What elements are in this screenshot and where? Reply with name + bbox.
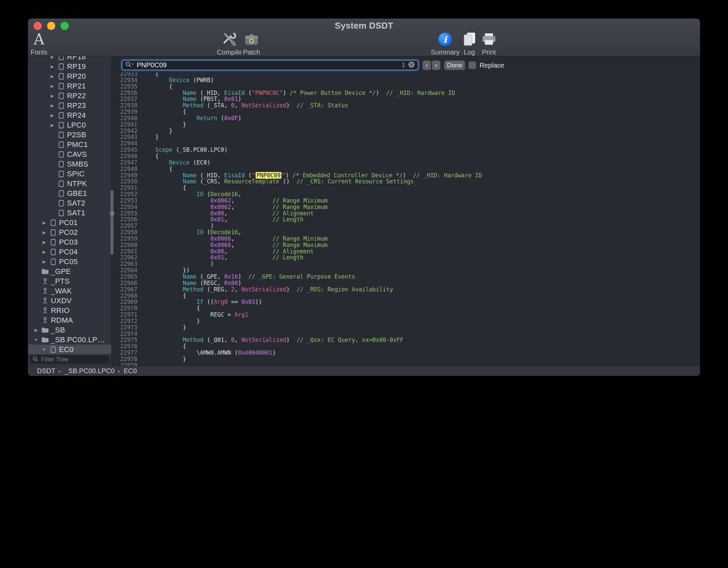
- chevron-right-icon[interactable]: ▶: [40, 250, 48, 254]
- sidebar-item-_pts[interactable]: _PTS: [28, 276, 111, 286]
- done-button[interactable]: Done: [444, 61, 465, 70]
- sidebar-item-label: _SB.PC00.LP…: [51, 335, 105, 344]
- breadcrumb-item[interactable]: DSDT: [37, 367, 55, 375]
- code-line: 22959 0x0066, // Range Minimum: [112, 236, 700, 242]
- print-button[interactable]: Print: [477, 31, 501, 56]
- chevron-right-icon[interactable]: ▶: [40, 220, 48, 225]
- doc-icon: [56, 131, 66, 139]
- doc-icon: [56, 161, 66, 168]
- sidebar-item-smbs[interactable]: SMBS: [28, 159, 111, 169]
- method-icon: [40, 307, 50, 314]
- replace-checkbox[interactable]: [468, 61, 476, 69]
- sidebar-item-sat1[interactable]: SAT1: [28, 208, 111, 218]
- search-menu-icon[interactable]: [125, 61, 134, 69]
- find-previous-button[interactable]: ‹: [423, 61, 431, 70]
- sidebar-item-rrio[interactable]: RRIO: [28, 306, 111, 315]
- sidebar-item-pc03[interactable]: ▶PC03: [28, 237, 111, 247]
- sidebar-item-pc05[interactable]: ▶PC05: [28, 257, 111, 267]
- sidebar-item-rp19[interactable]: ▶RP19: [28, 62, 111, 71]
- sidebar-item-pmc1[interactable]: PMC1: [28, 140, 111, 149]
- sidebar-item-uxdv[interactable]: UXDV: [28, 296, 111, 306]
- code-line: 22978 }: [112, 356, 700, 362]
- sidebar-item-pc04[interactable]: ▶PC04: [28, 247, 111, 257]
- sidebar-item-_wak[interactable]: _WAK: [28, 286, 111, 296]
- code-text: Name (PBST, 0x01): [141, 96, 241, 102]
- chevron-right-icon[interactable]: ▶: [48, 84, 56, 88]
- sidebar-item-label: EC0: [59, 345, 73, 354]
- sidebar-item-rp23[interactable]: ▶RP23: [28, 101, 111, 110]
- find-next-button[interactable]: ›: [432, 61, 440, 70]
- sidebar-item-label: LPC0: [67, 121, 86, 130]
- code-text: }: [141, 128, 172, 134]
- chevron-right-icon[interactable]: ▶: [48, 113, 56, 118]
- chevron-right-icon[interactable]: ▶: [48, 56, 56, 59]
- line-number: 22961: [112, 248, 137, 255]
- sidebar-item-rdma[interactable]: RDMA: [28, 315, 111, 325]
- sidebar-item-_sb[interactable]: ▶_SB: [28, 325, 111, 335]
- doc-icon: [56, 209, 66, 217]
- chevron-right-icon[interactable]: ▶: [48, 74, 56, 79]
- chevron-right-icon[interactable]: ▶: [40, 240, 48, 245]
- code-text: Device (PWRB): [141, 77, 214, 83]
- chevron-right-icon[interactable]: ▶: [48, 94, 56, 98]
- sidebar-item-rp18[interactable]: ▶RP18: [28, 56, 111, 62]
- code-text: 0x01, // Length: [141, 254, 303, 261]
- search-icon: [32, 356, 38, 363]
- filter-field[interactable]: [29, 355, 110, 364]
- sidebar-item-pc02[interactable]: ▶PC02: [28, 227, 111, 237]
- code-line: 22955 0x00, // Alignment: [112, 210, 700, 217]
- patch-button[interactable]: Patch: [239, 31, 264, 56]
- sidebar-item-label: RRIO: [51, 306, 70, 315]
- breadcrumb-item[interactable]: _SB.PC00.LPC0: [64, 367, 114, 375]
- code-text: 0x0066, // Range Maximum: [141, 242, 328, 248]
- chevron-right-icon[interactable]: ▶: [32, 328, 40, 332]
- sidebar-item-label: RP21: [67, 82, 86, 91]
- sidebar-item-label: RDMA: [51, 316, 73, 325]
- sidebar-item-ntpk[interactable]: NTPK: [28, 179, 111, 188]
- code-line: 22975 Method (_Q01, 0, NotSerialized) //…: [112, 337, 700, 343]
- fonts-button[interactable]: A Fonts: [29, 31, 49, 56]
- doc-icon: [56, 200, 66, 207]
- filter-tree-input[interactable]: [40, 356, 107, 363]
- sidebar-scrollbar-thumb[interactable]: [110, 190, 113, 255]
- find-field[interactable]: 1: [122, 60, 419, 70]
- sidebar-item-sat2[interactable]: SAT2: [28, 198, 111, 208]
- sidebar-item-rp22[interactable]: ▶RP22: [28, 91, 111, 101]
- chevron-right-icon[interactable]: ▶: [40, 259, 48, 264]
- sidebar-item-p2sb[interactable]: P2SB: [28, 130, 111, 140]
- chevron-right-icon[interactable]: ▶: [40, 230, 48, 235]
- code-line: 22958 IO (Decode16,: [112, 229, 700, 236]
- summary-button[interactable]: i Summary: [428, 31, 462, 56]
- chevron-down-icon[interactable]: ▼: [32, 338, 40, 342]
- sidebar-item-pc01[interactable]: ▶PC01: [28, 218, 111, 227]
- sidebar-item-gbe1[interactable]: GBE1: [28, 188, 111, 198]
- chevron-down-icon[interactable]: ▼: [40, 347, 48, 352]
- sidebar-item-_sb-pc00-lp-[interactable]: ▼_SB.PC00.LP…: [28, 335, 111, 345]
- clear-search-icon[interactable]: [408, 61, 415, 70]
- sidebar-item-ec0[interactable]: ▼EC0: [28, 345, 111, 354]
- breadcrumb-item[interactable]: EC0: [124, 367, 137, 375]
- chevron-right-icon[interactable]: ▶: [48, 123, 56, 128]
- find-input[interactable]: [136, 61, 399, 69]
- splitter-handle[interactable]: [110, 211, 114, 216]
- sidebar-item-spic[interactable]: SPIC: [28, 169, 111, 179]
- sidebar-item-rp24[interactable]: ▶RP24: [28, 110, 111, 120]
- code-line: 22962 0x01, // Length: [112, 254, 700, 261]
- sidebar-item-rp21[interactable]: ▶RP21: [28, 81, 111, 91]
- code-text: ): [141, 261, 214, 267]
- sidebar-item-rp20[interactable]: ▶RP20: [28, 71, 111, 81]
- doc-icon: [56, 121, 66, 129]
- line-number: 22956: [112, 216, 137, 223]
- sidebar-item-cavs[interactable]: CAVS: [28, 149, 111, 159]
- line-number: 22969: [112, 299, 137, 305]
- line-number: 22955: [112, 210, 137, 217]
- sidebar-item-lpc0[interactable]: ▶LPC0: [28, 120, 111, 130]
- line-number: 22935: [112, 83, 137, 90]
- code-text: REGC = Arg1: [141, 312, 248, 318]
- code-viewport[interactable]: 22933 {22934 Device (PWRB)22935 {22936 N…: [112, 72, 700, 366]
- sidebar-item-_gpe[interactable]: _GPE: [28, 267, 111, 276]
- code-text: {: [141, 343, 186, 350]
- chevron-right-icon[interactable]: ▶: [48, 103, 56, 108]
- code-line: 22977 \AMW0.AMWN (0xA0040001): [112, 350, 700, 356]
- chevron-right-icon[interactable]: ▶: [48, 64, 56, 69]
